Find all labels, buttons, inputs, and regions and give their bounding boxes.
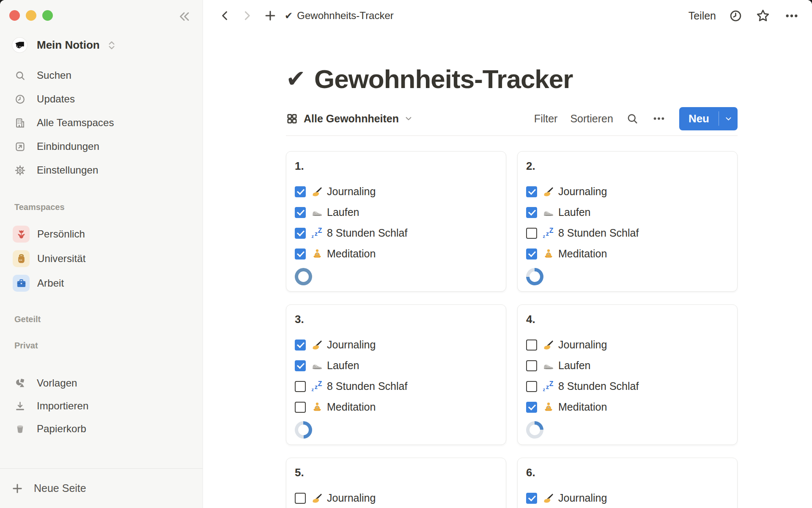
backpack-icon [13, 250, 30, 267]
page-title[interactable]: ✔ Gewohnheits-Tracker [286, 62, 738, 96]
view-switcher[interactable]: Alle Gewohnheiten [286, 113, 413, 125]
habit-card[interactable]: 3. Journaling Laufen [286, 304, 506, 445]
habit-checkbox[interactable] [526, 381, 537, 392]
history-clock-icon[interactable] [729, 9, 743, 23]
sidebar-item-universitaet[interactable]: Universität [0, 246, 203, 271]
import-download-icon [14, 400, 26, 412]
new-entry-split-button[interactable]: Neu [679, 107, 738, 130]
more-options-icon[interactable] [783, 9, 800, 23]
sidebar-item-label: Vorlagen [37, 377, 77, 389]
collapse-sidebar-icon[interactable] [177, 9, 192, 24]
habit-row: 8 Stunden Schlaf [526, 376, 729, 397]
habit-row: Journaling [526, 181, 729, 202]
search-icon[interactable] [626, 112, 639, 125]
section-header-geteilt[interactable]: Geteilt [14, 315, 41, 324]
sidebar-item-importieren[interactable]: Importieren [0, 395, 203, 417]
section-header-teamspaces[interactable]: Teamspaces [14, 202, 65, 212]
habit-card[interactable]: 5. Journaling [286, 458, 506, 508]
habit-checkbox[interactable] [526, 186, 537, 197]
habit-card[interactable]: 4. Journaling Laufen [517, 304, 738, 445]
workspace-name: Mein Notion [37, 39, 100, 52]
habit-checkbox[interactable] [295, 381, 306, 392]
back-icon[interactable] [219, 9, 231, 22]
trash-icon [14, 423, 26, 435]
sidebar-item-vorlagen[interactable]: Vorlagen [0, 372, 203, 395]
sidebar-item-label: Importieren [37, 400, 88, 412]
habit-label: Meditation [558, 401, 607, 413]
card-title[interactable]: 3. [295, 312, 497, 326]
sidebar-item-suchen[interactable]: Suchen [0, 64, 203, 87]
teamspace-label: Arbeit [37, 277, 64, 289]
sidebar: Mein Notion Suchen Updates Alle Teamspac… [0, 0, 203, 508]
new-entry-dropdown[interactable] [719, 115, 738, 123]
writing-hand-icon [543, 492, 554, 504]
database-toolbar: Alle Gewohnheiten Filter Sortieren Neu [286, 107, 738, 130]
breadcrumb[interactable]: ✔ Gewohnheits-Tracker [285, 10, 394, 22]
favorite-star-icon[interactable] [755, 8, 771, 23]
plus-icon [11, 482, 24, 495]
templates-shapes-icon [14, 378, 26, 389]
card-title[interactable]: 6. [526, 466, 729, 479]
habit-checkbox[interactable] [295, 186, 306, 197]
zoom-window-button[interactable] [42, 10, 53, 21]
tulip-icon [13, 226, 30, 243]
habit-label: Journaling [558, 492, 607, 504]
habit-row: Laufen [295, 355, 497, 376]
section-header-privat[interactable]: Privat [14, 341, 38, 351]
habit-row: Journaling [295, 181, 497, 202]
close-window-button[interactable] [9, 10, 20, 21]
card-title[interactable]: 1. [295, 159, 497, 173]
new-entry-button[interactable]: Neu [679, 112, 719, 125]
habit-checkbox[interactable] [295, 248, 306, 260]
teamspace-label: Universität [37, 253, 85, 265]
writing-hand-icon [311, 339, 323, 351]
sidebar-item-persoenlich[interactable]: Persönlich [0, 222, 203, 246]
workspace-switcher[interactable]: Mein Notion [12, 37, 116, 53]
habit-checkbox[interactable] [526, 493, 537, 504]
share-button[interactable]: Teilen [689, 10, 716, 22]
habit-checkbox[interactable] [295, 402, 306, 413]
habit-checkbox[interactable] [526, 207, 537, 218]
view-actions: Filter Sortieren Neu [534, 107, 738, 130]
habit-label: 8 Stunden Schlaf [558, 227, 639, 239]
page-title-check-icon[interactable]: ✔ [286, 67, 306, 91]
add-page-icon[interactable] [263, 9, 277, 22]
habit-checkbox[interactable] [295, 360, 306, 371]
filter-button[interactable]: Filter [534, 113, 558, 125]
embed-arrow-icon [14, 141, 26, 152]
gallery-grid-icon [286, 113, 298, 125]
habit-checkbox[interactable] [526, 340, 537, 351]
card-title[interactable]: 5. [295, 466, 497, 479]
habit-label: Laufen [327, 206, 359, 218]
habit-row: Journaling [295, 488, 497, 508]
habit-checkbox[interactable] [526, 360, 537, 371]
habit-card[interactable]: 2. Journaling Laufen [517, 151, 738, 292]
more-options-icon[interactable] [651, 112, 667, 125]
habit-checkbox[interactable] [295, 228, 306, 239]
habit-checkbox[interactable] [295, 493, 306, 504]
card-title[interactable]: 4. [526, 312, 729, 326]
habit-card[interactable]: 6. Journaling [517, 458, 738, 508]
workspace-updown-icon [107, 40, 116, 51]
habit-checkbox[interactable] [295, 207, 306, 218]
sidebar-item-alle-teamspaces[interactable]: Alle Teamspaces [0, 111, 203, 135]
sidebar-item-updates[interactable]: Updates [0, 87, 203, 111]
zzz-sleep-icon [311, 381, 323, 392]
habit-card[interactable]: 1. Journaling Laufen [286, 151, 506, 292]
habit-label: Meditation [327, 248, 376, 260]
sidebar-item-arbeit[interactable]: Arbeit [0, 271, 203, 295]
sidebar-item-papierkorb[interactable]: Papierkorb [0, 417, 203, 440]
habit-checkbox[interactable] [526, 228, 537, 239]
sidebar-item-einbindungen[interactable]: Einbindungen [0, 135, 203, 158]
topbar-actions: Teilen [689, 8, 800, 23]
new-page-button[interactable]: Neue Seite [0, 468, 203, 508]
habit-checkbox[interactable] [526, 402, 537, 413]
card-title[interactable]: 2. [526, 159, 729, 173]
minimize-window-button[interactable] [26, 10, 36, 21]
habit-checkbox[interactable] [526, 248, 537, 260]
forward-icon[interactable] [241, 9, 253, 22]
habit-checkbox[interactable] [295, 340, 306, 351]
gallery-cards: 1. Journaling Laufen [286, 151, 738, 508]
sort-button[interactable]: Sortieren [570, 113, 613, 125]
sidebar-item-einstellungen[interactable]: Einstellungen [0, 158, 203, 182]
